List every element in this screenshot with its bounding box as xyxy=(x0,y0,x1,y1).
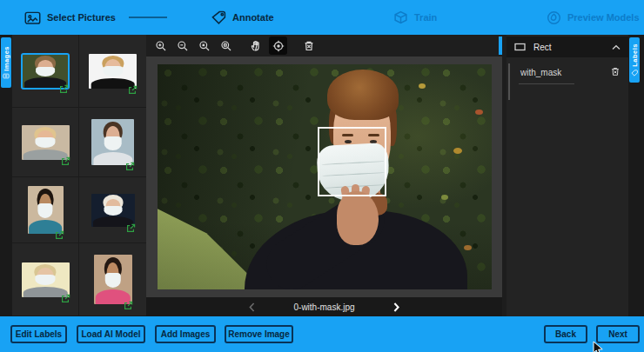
delete-annotation-button[interactable] xyxy=(299,37,318,55)
pan-tool-button[interactable] xyxy=(247,37,265,55)
image-thumbnail-list xyxy=(12,35,146,316)
step-bar: Select Pictures Annotate Train Preview M… xyxy=(0,0,644,35)
annotation-app-window: Select Pictures Annotate Train Preview M… xyxy=(0,0,644,352)
thumb-person-mask xyxy=(104,136,122,150)
step-label: Annotate xyxy=(232,12,274,23)
zoom-reset-button[interactable] xyxy=(195,37,213,55)
left-edge-strip: Images xyxy=(0,35,12,316)
thumbnail-item-7[interactable] xyxy=(12,243,79,316)
tag-icon xyxy=(211,10,226,25)
canvas-scrollbar[interactable] xyxy=(499,37,502,55)
preview-models-icon xyxy=(547,10,561,25)
zoom-fit-icon xyxy=(220,40,232,52)
step-label: Preview Models xyxy=(567,12,640,23)
panel-scrollbar[interactable] xyxy=(508,63,510,100)
footer-bar: Edit LabelsLoad AI ModelAdd ImagesRemove… xyxy=(0,316,644,352)
back-button[interactable]: Back xyxy=(544,325,587,343)
photo-0-with-mask xyxy=(158,64,492,289)
delete-label-button[interactable] xyxy=(610,66,621,77)
thumb-person-mask xyxy=(104,206,122,216)
open-external-icon[interactable] xyxy=(61,291,70,301)
hand-icon xyxy=(251,40,262,51)
photo-man-hand xyxy=(337,191,379,245)
thumb-person-mask xyxy=(36,67,55,76)
step-preview-models: Preview Models xyxy=(547,0,640,35)
chevron-left-icon xyxy=(249,302,255,312)
trash-icon xyxy=(610,66,621,77)
tag-icon xyxy=(631,70,638,76)
photo-leaf-accent xyxy=(464,245,472,250)
next-image-button[interactable] xyxy=(393,302,399,312)
open-external-icon[interactable] xyxy=(124,298,133,308)
images-icon xyxy=(3,73,10,79)
open-external-icon[interactable] xyxy=(59,82,69,91)
thumb-person-mask xyxy=(37,203,52,218)
load-ai-model-button[interactable]: Load AI Model xyxy=(77,325,145,343)
photo-leaf-accent xyxy=(441,195,448,200)
zoom-out-icon xyxy=(177,40,189,52)
step-label: Train xyxy=(414,12,437,23)
chevron-up-icon xyxy=(612,44,621,50)
step-train: Train xyxy=(393,0,437,35)
thumbnail-item-2[interactable] xyxy=(79,35,146,108)
label-name-underline xyxy=(519,83,574,84)
step-annotate[interactable]: Annotate xyxy=(211,0,274,35)
thumb-person-mask xyxy=(35,275,55,285)
chevron-right-icon xyxy=(393,302,399,312)
thumbnail-image[interactable] xyxy=(28,186,64,234)
zoom-out-button[interactable] xyxy=(173,37,191,55)
thumbnail-item-3[interactable] xyxy=(12,108,79,177)
mouse-cursor-icon xyxy=(593,341,604,352)
step-connector-line xyxy=(129,17,167,18)
target-icon xyxy=(272,40,285,52)
thumb-person-mask xyxy=(104,273,120,288)
labels-tab[interactable]: Labels xyxy=(629,37,640,83)
open-external-icon[interactable] xyxy=(61,154,70,163)
remove-image-button[interactable]: Remove Image xyxy=(225,325,293,343)
photo-leaf-accent xyxy=(419,83,426,89)
zoom-in-icon xyxy=(155,40,167,52)
add-images-button[interactable]: Add Images xyxy=(155,325,216,343)
open-external-icon[interactable] xyxy=(128,83,138,92)
zoom-fit-button[interactable] xyxy=(217,37,235,55)
rect-section-header[interactable]: Rect xyxy=(506,37,628,57)
right-edge-strip: Labels xyxy=(628,35,644,316)
zoom-in-button[interactable] xyxy=(151,37,170,55)
thumbnail-image[interactable] xyxy=(94,255,132,304)
thumbnail-item-6[interactable] xyxy=(79,177,146,243)
photo-man-hair xyxy=(327,70,399,120)
canvas-viewport[interactable] xyxy=(146,56,502,297)
step-select-pictures[interactable]: Select Pictures xyxy=(24,0,116,35)
open-external-icon[interactable] xyxy=(125,159,135,169)
cube-icon xyxy=(393,10,408,24)
label-name-field[interactable]: with_mask xyxy=(520,68,561,77)
zoom-reset-icon xyxy=(198,40,211,52)
target-tool-button[interactable] xyxy=(269,37,287,55)
thumbnail-item-1[interactable] xyxy=(12,35,79,108)
thumbnail-item-5[interactable] xyxy=(12,177,79,243)
previous-image-button[interactable] xyxy=(249,302,255,312)
thumb-person-mask xyxy=(35,137,55,148)
annotation-canvas: 0-with-mask.jpg xyxy=(146,35,502,316)
thumbnail-item-4[interactable] xyxy=(79,108,146,177)
open-external-icon[interactable] xyxy=(55,228,64,237)
pictures-icon xyxy=(24,10,41,25)
photo-leaf-accent xyxy=(475,110,483,115)
image-filename: 0-with-mask.jpg xyxy=(293,302,354,312)
edit-labels-button[interactable]: Edit Labels xyxy=(10,325,67,343)
images-tab[interactable]: Images xyxy=(1,37,11,88)
collapse-section-button[interactable] xyxy=(612,44,621,50)
thumbnail-item-8[interactable] xyxy=(79,243,146,316)
image-nav-bar: 0-with-mask.jpg xyxy=(146,297,502,316)
images-tab-label: Images xyxy=(3,46,10,71)
label-entry-row: with_mask xyxy=(506,61,628,90)
labels-panel: Rect with_mask xyxy=(506,35,628,316)
thumb-person-mask xyxy=(103,66,123,76)
annotation-box[interactable] xyxy=(318,127,386,196)
photo-leaf-accent xyxy=(453,148,462,154)
step-label: Select Pictures xyxy=(47,12,116,23)
rect-icon xyxy=(514,43,526,51)
canvas-toolbar xyxy=(146,35,502,56)
labels-tab-label: Labels xyxy=(631,43,639,67)
open-external-icon[interactable] xyxy=(126,221,136,230)
